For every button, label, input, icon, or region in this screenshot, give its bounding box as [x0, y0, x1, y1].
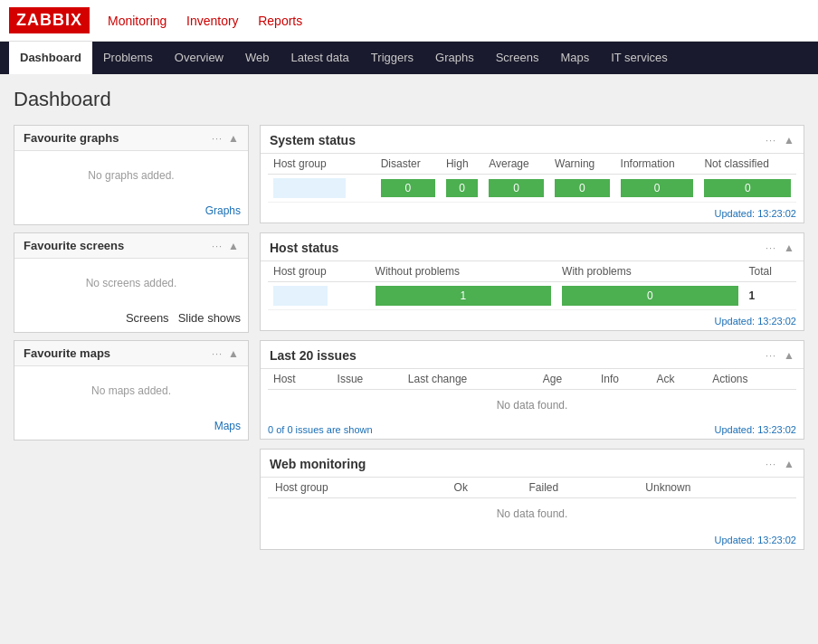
system-status-collapse-icon[interactable]: ▲ — [784, 134, 794, 147]
col-information: Information — [615, 154, 699, 175]
issues-no-data: No data found. — [268, 390, 796, 421]
host-status-updated: Updated: 13:23:02 — [261, 310, 804, 330]
wm-no-data: No data found. — [268, 498, 796, 530]
host-status-title: Host status — [270, 241, 766, 255]
screens-link[interactable]: Screens — [126, 311, 169, 325]
favourite-graphs-body: No graphs added. — [14, 151, 248, 200]
col-not-classified: Not classified — [699, 154, 796, 175]
subnav-overview[interactable]: Overview — [164, 42, 234, 74]
favourite-screens-body: No screens added. — [14, 259, 248, 308]
system-status-header-row: Host group Disaster High Average Warning… — [268, 154, 796, 175]
hs-without-cell: 1 — [370, 282, 556, 310]
graphs-link[interactable]: Graphs — [205, 204, 241, 217]
nav-inventory[interactable]: Inventory — [186, 14, 239, 28]
issues-no-data-row: No data found. — [268, 390, 796, 421]
favourite-maps-no-data: No maps added. — [24, 375, 239, 406]
subnav-graphs[interactable]: Graphs — [424, 42, 485, 74]
web-monitoring-title: Web monitoring — [270, 457, 766, 471]
favourite-graphs-link-area: Graphs — [14, 200, 248, 224]
host-status-collapse-icon[interactable]: ▲ — [784, 242, 794, 254]
issues-updated: Updated: 13:23:02 — [714, 424, 796, 435]
left-column: Favourite graphs ··· ▲ No graphs added. … — [14, 125, 249, 550]
issues-col-host: Host — [268, 369, 332, 390]
host-status-widget: Host status ··· ▲ Host group Without pro… — [260, 232, 804, 331]
last20-issues-menu-icon[interactable]: ··· — [766, 350, 776, 361]
subnav-maps[interactable]: Maps — [549, 42, 600, 74]
web-monitoring-body: Host group Ok Failed Unknown No data fou… — [261, 478, 804, 529]
last20-issues-header: Last 20 issues ··· ▲ — [261, 341, 804, 369]
hs-col-without: Without problems — [370, 261, 556, 282]
disaster-count: 0 — [376, 175, 441, 203]
dashboard-layout: Favourite graphs ··· ▲ No graphs added. … — [14, 125, 804, 550]
issues-col-last-change: Last change — [403, 369, 537, 390]
issues-count: 0 of 0 issues are shown — [268, 424, 373, 435]
hs-col-host-group: Host group — [268, 261, 370, 282]
col-disaster: Disaster — [376, 154, 441, 175]
system-status-menu-icon[interactable]: ··· — [766, 135, 776, 146]
favourite-screens-links: Screens Slide shows — [14, 308, 248, 332]
favourite-maps-header: Favourite maps ··· ▲ — [14, 341, 248, 366]
host-group-color-bar — [273, 178, 346, 198]
information-count: 0 — [615, 175, 699, 203]
wm-col-unknown: Unknown — [638, 478, 796, 498]
col-high: High — [441, 154, 483, 175]
nav-reports[interactable]: Reports — [258, 14, 302, 28]
favourite-maps-collapse-icon[interactable]: ▲ — [228, 347, 239, 360]
host-status-body: Host group Without problems With problem… — [261, 261, 804, 310]
web-monitoring-updated: Updated: 13:23:02 — [261, 529, 804, 549]
wm-col-host-group: Host group — [268, 478, 447, 498]
slideshows-link[interactable]: Slide shows — [178, 311, 241, 325]
favourite-graphs-header: Favourite graphs ··· ▲ — [14, 126, 248, 151]
subnav-latest-data[interactable]: Latest data — [281, 42, 360, 74]
favourite-screens-collapse-icon[interactable]: ▲ — [228, 240, 239, 252]
system-status-widget: System status ··· ▲ Host group Disaster … — [260, 125, 804, 223]
system-status-header: System status ··· ▲ — [261, 126, 804, 154]
sub-navigation: Dashboard Problems Overview Web Latest d… — [0, 42, 818, 74]
favourite-screens-widget: Favourite screens ··· ▲ No screens added… — [14, 232, 249, 333]
issues-col-ack: Ack — [652, 369, 708, 390]
host-status-header-row: Host group Without problems With problem… — [268, 261, 796, 282]
subnav-triggers[interactable]: Triggers — [360, 42, 424, 74]
hs-hostgroup-cell — [268, 282, 370, 310]
subnav-dashboard[interactable]: Dashboard — [9, 42, 92, 74]
with-problems-bar: 0 — [562, 286, 737, 306]
web-monitoring-collapse-icon[interactable]: ▲ — [784, 458, 794, 470]
last20-issues-collapse-icon[interactable]: ▲ — [784, 349, 794, 362]
subnav-problems[interactable]: Problems — [92, 42, 164, 74]
last20-issues-widget: Last 20 issues ··· ▲ Host Issue Last cha… — [260, 340, 804, 440]
hs-col-with: With problems — [556, 261, 743, 282]
favourite-graphs-controls: ··· ▲ — [212, 132, 239, 145]
favourite-maps-title: Favourite maps — [24, 346, 212, 360]
maps-link[interactable]: Maps — [214, 420, 241, 432]
issues-col-issue: Issue — [332, 369, 403, 390]
web-monitoring-menu-icon[interactable]: ··· — [766, 459, 776, 469]
last20-issues-body: Host Issue Last change Age Info Ack Acti… — [261, 369, 804, 421]
web-monitoring-table: Host group Ok Failed Unknown No data fou… — [268, 478, 796, 529]
hs-col-total: Total — [744, 261, 796, 282]
favourite-screens-menu-icon[interactable]: ··· — [212, 241, 223, 251]
average-count: 0 — [483, 175, 549, 203]
col-warning: Warning — [549, 154, 615, 175]
host-status-header: Host status ··· ▲ — [261, 233, 804, 261]
high-count: 0 — [441, 175, 483, 203]
favourite-graphs-menu-icon[interactable]: ··· — [212, 133, 223, 144]
issues-header-row: Host Issue Last change Age Info Ack Acti… — [268, 369, 796, 390]
subnav-it-services[interactable]: IT services — [600, 42, 679, 74]
col-average: Average — [483, 154, 549, 175]
system-status-updated: Updated: 13:23:02 — [261, 203, 804, 223]
wm-header-row: Host group Ok Failed Unknown — [268, 478, 796, 498]
favourite-maps-widget: Favourite maps ··· ▲ No maps added. Maps — [14, 340, 249, 440]
issues-col-actions: Actions — [707, 369, 796, 390]
nav-monitoring[interactable]: Monitoring — [108, 14, 166, 28]
col-host-group: Host group — [268, 154, 376, 175]
page-title: Dashboard — [14, 88, 804, 111]
favourite-maps-menu-icon[interactable]: ··· — [212, 348, 223, 359]
subnav-screens[interactable]: Screens — [485, 42, 550, 74]
last20-issues-title: Last 20 issues — [270, 348, 766, 363]
issues-footer: 0 of 0 issues are shown Updated: 13:23:0… — [261, 421, 804, 439]
host-status-menu-icon[interactable]: ··· — [766, 242, 776, 253]
without-problems-bar: 1 — [376, 286, 551, 306]
subnav-web[interactable]: Web — [234, 42, 281, 74]
favourite-graphs-collapse-icon[interactable]: ▲ — [228, 132, 239, 145]
system-status-table: Host group Disaster High Average Warning… — [268, 154, 796, 203]
